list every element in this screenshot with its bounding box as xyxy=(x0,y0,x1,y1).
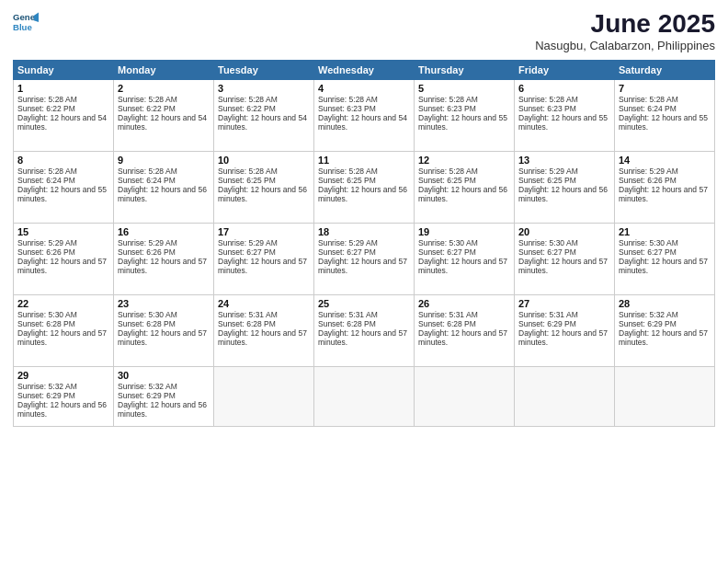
sunset-label: Sunset: 6:26 PM xyxy=(619,176,677,185)
col-saturday: Saturday xyxy=(615,61,715,80)
sunrise-label: Sunrise: 5:28 AM xyxy=(218,167,278,176)
daylight-label: Daylight: 12 hours and 54 minutes. xyxy=(17,113,107,132)
sunrise-label: Sunrise: 5:30 AM xyxy=(17,310,77,319)
sunset-label: Sunset: 6:28 PM xyxy=(118,319,176,328)
week-row-1: 1 Sunrise: 5:28 AM Sunset: 6:22 PM Dayli… xyxy=(14,80,715,152)
sunset-label: Sunset: 6:25 PM xyxy=(518,176,576,185)
table-row: 15 Sunrise: 5:29 AM Sunset: 6:26 PM Dayl… xyxy=(14,224,114,295)
sunrise-label: Sunrise: 5:28 AM xyxy=(518,95,578,104)
table-row: 13 Sunrise: 5:29 AM Sunset: 6:25 PM Dayl… xyxy=(515,152,615,224)
daylight-label: Daylight: 12 hours and 57 minutes. xyxy=(518,257,608,275)
table-row: 20 Sunrise: 5:30 AM Sunset: 6:27 PM Dayl… xyxy=(515,224,615,295)
sunrise-label: Sunrise: 5:28 AM xyxy=(218,95,278,104)
week-row-2: 8 Sunrise: 5:28 AM Sunset: 6:24 PM Dayli… xyxy=(14,152,715,224)
logo: General Blue xyxy=(13,9,39,35)
sunset-label: Sunset: 6:23 PM xyxy=(418,104,476,113)
day-number: 6 xyxy=(518,83,610,94)
table-row: 19 Sunrise: 5:30 AM Sunset: 6:27 PM Dayl… xyxy=(415,224,515,295)
day-number: 19 xyxy=(418,226,510,237)
sunrise-label: Sunrise: 5:28 AM xyxy=(418,95,478,104)
sunrise-label: Sunrise: 5:31 AM xyxy=(218,310,278,319)
col-friday: Friday xyxy=(515,61,615,80)
day-number: 4 xyxy=(318,83,410,94)
col-tuesday: Tuesday xyxy=(214,61,314,80)
sunrise-label: Sunrise: 5:30 AM xyxy=(518,238,578,247)
day-number: 2 xyxy=(118,83,210,94)
day-number: 5 xyxy=(418,83,510,94)
daylight-label: Daylight: 12 hours and 57 minutes. xyxy=(17,328,107,347)
day-number: 10 xyxy=(218,155,310,166)
daylight-label: Daylight: 12 hours and 57 minutes. xyxy=(418,257,507,275)
sunrise-label: Sunrise: 5:28 AM xyxy=(619,95,678,104)
daylight-label: Daylight: 12 hours and 56 minutes. xyxy=(418,185,507,203)
table-row: 5 Sunrise: 5:28 AM Sunset: 6:23 PM Dayli… xyxy=(415,80,515,152)
daylight-label: Daylight: 12 hours and 57 minutes. xyxy=(318,328,407,347)
day-number: 7 xyxy=(619,83,711,94)
daylight-label: Daylight: 12 hours and 55 minutes. xyxy=(17,185,107,203)
daylight-label: Daylight: 12 hours and 56 minutes. xyxy=(118,400,207,419)
table-row: 28 Sunrise: 5:32 AM Sunset: 6:29 PM Dayl… xyxy=(615,295,715,367)
daylight-label: Daylight: 12 hours and 57 minutes. xyxy=(118,328,207,347)
day-number: 29 xyxy=(17,370,109,381)
table-row: 22 Sunrise: 5:30 AM Sunset: 6:28 PM Dayl… xyxy=(14,295,114,367)
sunset-label: Sunset: 6:22 PM xyxy=(218,104,276,113)
sunrise-label: Sunrise: 5:32 AM xyxy=(118,382,177,391)
sunrise-label: Sunrise: 5:28 AM xyxy=(118,167,177,176)
sunset-label: Sunset: 6:23 PM xyxy=(518,104,576,113)
table-row: 30 Sunrise: 5:32 AM Sunset: 6:29 PM Dayl… xyxy=(114,367,214,427)
table-row: 23 Sunrise: 5:30 AM Sunset: 6:28 PM Dayl… xyxy=(114,295,214,367)
table-row: 12 Sunrise: 5:28 AM Sunset: 6:25 PM Dayl… xyxy=(415,152,515,224)
sunrise-label: Sunrise: 5:28 AM xyxy=(318,95,378,104)
table-row xyxy=(415,367,515,427)
table-row: 1 Sunrise: 5:28 AM Sunset: 6:22 PM Dayli… xyxy=(14,80,114,152)
sunrise-label: Sunrise: 5:28 AM xyxy=(17,95,77,104)
table-row: 18 Sunrise: 5:29 AM Sunset: 6:27 PM Dayl… xyxy=(314,224,415,295)
table-row: 6 Sunrise: 5:28 AM Sunset: 6:23 PM Dayli… xyxy=(515,80,615,152)
daylight-label: Daylight: 12 hours and 54 minutes. xyxy=(318,113,407,132)
table-row xyxy=(615,367,715,427)
sunset-label: Sunset: 6:25 PM xyxy=(318,176,376,185)
day-number: 28 xyxy=(619,298,711,309)
logo-svg: General Blue xyxy=(13,9,39,35)
table-row: 27 Sunrise: 5:31 AM Sunset: 6:29 PM Dayl… xyxy=(515,295,615,367)
table-row: 3 Sunrise: 5:28 AM Sunset: 6:22 PM Dayli… xyxy=(214,80,314,152)
day-number: 18 xyxy=(318,226,410,237)
sunset-label: Sunset: 6:27 PM xyxy=(318,247,376,257)
day-number: 20 xyxy=(518,226,610,237)
sunset-label: Sunset: 6:29 PM xyxy=(118,391,176,400)
table-row: 7 Sunrise: 5:28 AM Sunset: 6:24 PM Dayli… xyxy=(615,80,715,152)
sunset-label: Sunset: 6:25 PM xyxy=(418,176,476,185)
daylight-label: Daylight: 12 hours and 56 minutes. xyxy=(318,185,407,203)
table-row: 24 Sunrise: 5:31 AM Sunset: 6:28 PM Dayl… xyxy=(214,295,314,367)
table-row: 2 Sunrise: 5:28 AM Sunset: 6:22 PM Dayli… xyxy=(114,80,214,152)
sunset-label: Sunset: 6:24 PM xyxy=(118,176,176,185)
day-number: 3 xyxy=(218,83,310,94)
daylight-label: Daylight: 12 hours and 57 minutes. xyxy=(619,328,708,347)
day-number: 15 xyxy=(17,226,109,237)
day-number: 11 xyxy=(318,155,410,166)
sunrise-label: Sunrise: 5:30 AM xyxy=(418,238,478,247)
table-row: 14 Sunrise: 5:29 AM Sunset: 6:26 PM Dayl… xyxy=(615,152,715,224)
sunrise-label: Sunrise: 5:32 AM xyxy=(17,382,77,391)
table-row xyxy=(515,367,615,427)
week-row-3: 15 Sunrise: 5:29 AM Sunset: 6:26 PM Dayl… xyxy=(14,224,715,295)
table-row: 9 Sunrise: 5:28 AM Sunset: 6:24 PM Dayli… xyxy=(114,152,214,224)
day-number: 8 xyxy=(17,155,109,166)
sunset-label: Sunset: 6:25 PM xyxy=(218,176,276,185)
sunset-label: Sunset: 6:23 PM xyxy=(318,104,376,113)
sunrise-label: Sunrise: 5:31 AM xyxy=(518,310,578,319)
sunrise-label: Sunrise: 5:29 AM xyxy=(318,238,378,247)
title-block: June 2025 Nasugbu, Calabarzon, Philippin… xyxy=(535,9,715,52)
table-row: 11 Sunrise: 5:28 AM Sunset: 6:25 PM Dayl… xyxy=(314,152,415,224)
table-row: 26 Sunrise: 5:31 AM Sunset: 6:28 PM Dayl… xyxy=(415,295,515,367)
daylight-label: Daylight: 12 hours and 57 minutes. xyxy=(218,257,307,275)
sunset-label: Sunset: 6:27 PM xyxy=(518,247,576,257)
header-row: Sunday Monday Tuesday Wednesday Thursday… xyxy=(14,61,715,80)
daylight-label: Daylight: 12 hours and 55 minutes. xyxy=(518,113,608,132)
calendar-table: Sunday Monday Tuesday Wednesday Thursday… xyxy=(13,60,715,427)
day-number: 24 xyxy=(218,298,310,309)
sunset-label: Sunset: 6:29 PM xyxy=(17,391,75,400)
daylight-label: Daylight: 12 hours and 56 minutes. xyxy=(518,185,608,203)
daylight-label: Daylight: 12 hours and 54 minutes. xyxy=(118,113,207,132)
month-title: June 2025 xyxy=(535,9,715,39)
